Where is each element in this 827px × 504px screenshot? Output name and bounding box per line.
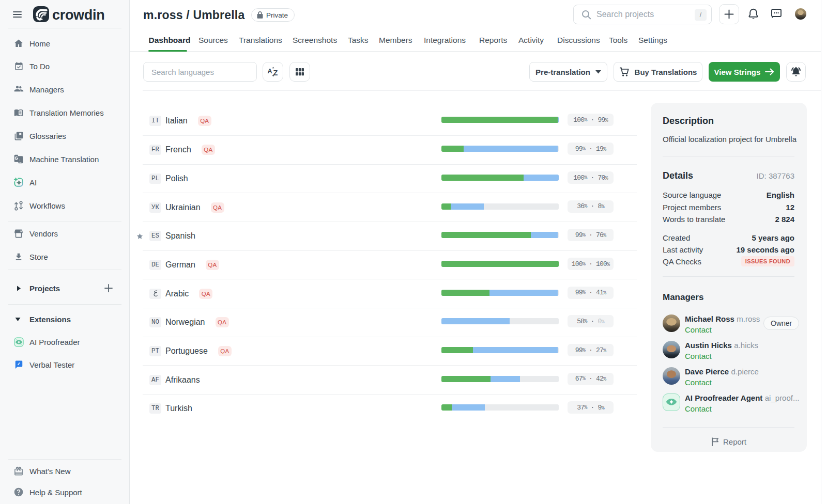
svg-text:A: A xyxy=(268,68,272,75)
svg-text:Z: Z xyxy=(273,69,278,77)
